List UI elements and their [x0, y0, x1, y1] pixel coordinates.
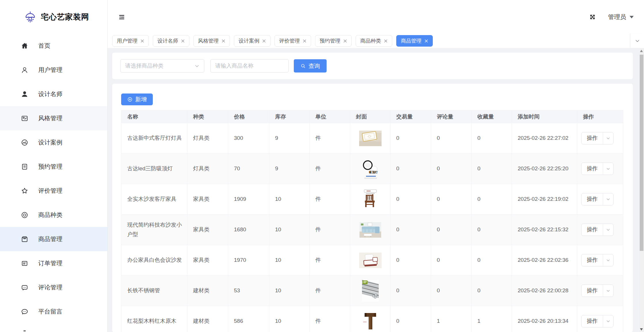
- row-action-dropdown-button[interactable]: 操作: [581, 193, 613, 205]
- sidebar-item-风格管理[interactable]: 风格管理: [0, 106, 107, 130]
- row-action-dropdown-button[interactable]: 操作: [581, 285, 613, 297]
- unit-cell: 件: [310, 215, 350, 245]
- rating-star-icon: [21, 187, 28, 195]
- topbar: 管理员: [108, 0, 644, 34]
- tab-设计案例[interactable]: 设计案例: [234, 35, 270, 47]
- tab-close-icon[interactable]: [140, 39, 144, 43]
- chevron-down-icon[interactable]: [603, 132, 613, 144]
- menu-fold-icon[interactable]: [118, 13, 125, 21]
- row-action-dropdown-button[interactable]: 操作: [581, 254, 613, 266]
- price-cell: 1680: [228, 215, 269, 245]
- category-cell: 灯具类: [187, 123, 228, 154]
- topbar-right: 管理员: [589, 13, 634, 21]
- scroll-down-arrow-icon[interactable]: [640, 328, 643, 331]
- search-button-label: 查询: [308, 62, 320, 70]
- category-select[interactable]: 请选择商品种类: [120, 59, 204, 72]
- added-cell: 2025-02-26 22:15:32: [512, 215, 577, 245]
- row-action-dropdown-button[interactable]: 操作: [581, 132, 613, 144]
- tab-close-icon[interactable]: [222, 39, 225, 43]
- sidebar-item-label: 风格管理: [38, 114, 62, 122]
- tab-close-icon[interactable]: [343, 39, 347, 43]
- tab-close-icon[interactable]: [303, 39, 306, 43]
- sidebar-item-用户管理[interactable]: 用户管理: [0, 58, 107, 82]
- scroll-up-arrow-icon[interactable]: [640, 50, 643, 52]
- tab-用户管理[interactable]: 用户管理: [112, 35, 149, 47]
- chevron-down-icon: [195, 64, 199, 68]
- user-name: 管理员: [608, 13, 626, 21]
- table-header-row: 名称种类价格库存单位封面交易量评论量收藏量添加时间操作: [121, 110, 623, 123]
- action-cell: 操作: [577, 154, 623, 184]
- add-button[interactable]: 新增: [121, 94, 153, 105]
- cover-cell: [350, 245, 390, 276]
- price-cell: 300: [228, 123, 269, 154]
- tab-商品管理[interactable]: 商品管理: [396, 35, 433, 47]
- cover-cell: [350, 184, 390, 215]
- trades-cell: 0: [390, 123, 431, 154]
- name-cell: 古达led三防吸顶灯: [121, 154, 187, 184]
- row-action-label: 操作: [582, 224, 603, 236]
- unit-cell: 件: [310, 184, 350, 215]
- sidebar-item-label: 用户管理: [38, 66, 62, 74]
- vertical-scrollbar[interactable]: [639, 48, 644, 332]
- chevron-down-icon[interactable]: [603, 254, 613, 266]
- sidebar-item-首页[interactable]: 首页: [0, 34, 107, 58]
- sidebar-item-订单管理[interactable]: 订单管理: [0, 251, 107, 275]
- style-icon: [21, 115, 28, 122]
- case-image-icon: [21, 139, 28, 146]
- tab-close-icon[interactable]: [424, 39, 428, 43]
- comment-icon: [21, 284, 28, 291]
- tab-风格管理[interactable]: 风格管理: [193, 35, 230, 47]
- sidebar-item-商品管理[interactable]: 商品管理: [0, 227, 107, 251]
- tab-设计名师[interactable]: 设计名师: [153, 35, 189, 47]
- sidebar-item-评论管理[interactable]: 评论管理: [0, 275, 107, 299]
- brand-logo: 宅心艺家装网: [0, 0, 107, 34]
- chevron-down-icon[interactable]: [603, 315, 613, 327]
- stock-cell: 10: [269, 215, 310, 245]
- search-button[interactable]: 查询: [294, 59, 327, 72]
- action-cell: 操作: [577, 276, 623, 306]
- column-header: 名称: [121, 110, 187, 123]
- home-icon: [21, 42, 28, 50]
- tab-overflow-button[interactable]: [630, 34, 644, 48]
- tab-close-icon[interactable]: [262, 39, 266, 43]
- table-row: 现代简约科技布沙发小户型家具类168010件0002025-02-26 22:1…: [121, 215, 623, 245]
- product-cover-image: [362, 310, 379, 332]
- trades-cell: 0: [390, 276, 431, 306]
- tab-close-icon[interactable]: [384, 39, 388, 43]
- sidebar-item-平台留言[interactable]: 平台留言: [0, 299, 107, 324]
- chevron-down-icon[interactable]: [603, 193, 613, 205]
- column-header: 种类: [187, 110, 228, 123]
- row-action-dropdown-button[interactable]: 操作: [581, 163, 613, 175]
- row-action-dropdown-button[interactable]: 操作: [581, 315, 613, 327]
- tab-商品种类[interactable]: 商品种类: [356, 35, 392, 47]
- tab-close-icon[interactable]: [181, 39, 185, 43]
- cover-text: 吸顶灯: [369, 170, 378, 175]
- sidebar-item-设计名师[interactable]: 设计名师: [0, 82, 107, 106]
- scrollbar-thumb[interactable]: [640, 55, 643, 251]
- sidebar-item-label: 平台留言: [38, 308, 62, 316]
- product-cover-image: [362, 280, 379, 302]
- sidebar-item-设计案例[interactable]: 设计案例: [0, 130, 107, 154]
- user-menu[interactable]: 管理员: [608, 13, 634, 21]
- fullscreen-icon[interactable]: [589, 14, 596, 20]
- trades-cell: 0: [390, 154, 431, 184]
- chevron-down-icon[interactable]: [603, 285, 613, 297]
- tab-预约管理[interactable]: 预约管理: [315, 35, 352, 47]
- sidebar-item-预约管理[interactable]: 预约管理: [0, 154, 107, 179]
- stock-cell: 10: [269, 306, 310, 332]
- price-cell: 1970: [228, 245, 269, 276]
- sidebar-item-商品种类[interactable]: 商品种类: [0, 203, 107, 227]
- sidebar-item-partial[interactable]: [0, 324, 107, 332]
- table-row: 红花梨木料红木原木建材类58610件0112025-02-26 20:13:34…: [121, 306, 623, 332]
- unit-cell: 件: [310, 245, 350, 276]
- sidebar-item-评价管理[interactable]: 评价管理: [0, 179, 107, 203]
- row-action-dropdown-button[interactable]: 操作: [581, 224, 613, 236]
- tab-评价管理[interactable]: 评价管理: [275, 35, 311, 47]
- product-name-input[interactable]: [210, 59, 289, 72]
- chevron-down-icon[interactable]: [603, 163, 613, 175]
- chevron-down-icon[interactable]: [603, 224, 613, 236]
- added-cell: 2025-02-26 22:02:36: [512, 245, 577, 276]
- search-icon: [300, 63, 306, 69]
- tab-label: 评价管理: [279, 37, 300, 44]
- category-cell: 家具类: [187, 215, 228, 245]
